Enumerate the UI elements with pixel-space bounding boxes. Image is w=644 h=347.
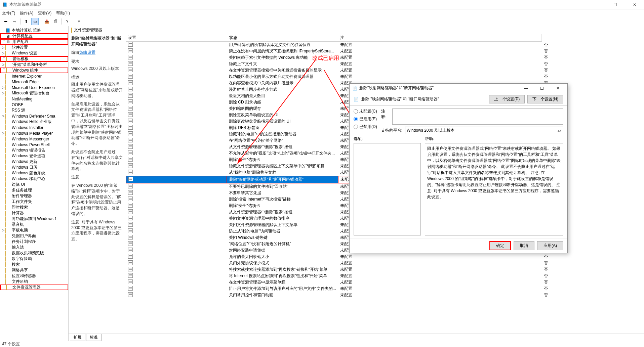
ok-button[interactable]: 确定 [489, 241, 511, 250]
tree-item[interactable]: Windows 日历 [0, 165, 68, 170]
tree-item[interactable]: 即时搜索 [0, 205, 68, 210]
tree-item[interactable]: Windows 登录选项 [0, 153, 68, 159]
folder-icon [5, 194, 11, 199]
col-setting[interactable]: 设置 [126, 34, 227, 42]
menu-item[interactable]: 查看(V) [38, 10, 51, 16]
tree-item[interactable]: Windows 颜色系统 [0, 170, 68, 176]
tree-item[interactable]: 📘本地计算机 策略 [0, 28, 68, 33]
col-state[interactable]: 状态 [227, 34, 338, 42]
help-button[interactable]: ? [64, 18, 71, 25]
tree-item[interactable]: 任务计划程序 [0, 239, 68, 245]
tree-item[interactable]: >Windows Media Player [0, 130, 68, 136]
list-item[interactable]: 关闭依赖于索引文件数据的 Windows 库功能未配置否 [126, 54, 644, 61]
tree-item[interactable]: ˅管理模板 [0, 56, 68, 62]
list-item[interactable]: 用户/计算机的所有默认库定义文件的驻留位置未配置否 [126, 42, 644, 48]
tree-item[interactable]: >Microsoft User Experien [0, 85, 68, 90]
menu-item[interactable]: 文件(F) [2, 10, 15, 16]
tree-item[interactable]: Windows 移动中心 [0, 176, 68, 182]
list-item[interactable]: 在文件资源管理器搜索框中关闭最近搜索条目的显示未配置否 [126, 67, 644, 74]
list-item[interactable]: 将搜索或搜索连接器添加到"再次搜索"链接和"开始"菜单未配置否 [126, 266, 644, 273]
list-item[interactable]: 禁止在没有中间层的情况下直接绑定到 IPropertySetStora...未配… [126, 48, 644, 54]
tree-item[interactable]: >"开始"菜单和任务栏 [0, 62, 68, 68]
tree-item[interactable]: 将功能添加到 Windows 1 [0, 216, 68, 222]
col-comment[interactable]: 注 [338, 34, 542, 42]
tree-item[interactable]: Windows Hello 企业版 [0, 119, 68, 125]
export-button[interactable]: 📤 [43, 18, 50, 25]
tree-item[interactable]: >Microsoft 管理控制台 [0, 90, 68, 96]
list-item[interactable]: 以功能区最小化的显示方式启动文件资源管理器未配置否 [126, 74, 644, 80]
tree-item[interactable]: >平板电脑 [0, 227, 68, 233]
tab-standard[interactable]: 标准 [86, 334, 102, 341]
tree-item[interactable]: OOBE [0, 102, 68, 107]
edit-policy-link[interactable]: 策略设置 [79, 50, 95, 55]
forward-button[interactable]: ➡ [11, 18, 18, 25]
tree-item[interactable]: ˅🖥用户配置 [0, 39, 68, 45]
tree-item[interactable]: Windows 更新 [0, 159, 68, 165]
folder-icon [5, 114, 11, 119]
tree-item[interactable]: >软件设置 [0, 45, 68, 50]
tree-item[interactable]: 边缘 UI [0, 182, 68, 187]
properties-button[interactable]: 🗐 [52, 18, 59, 25]
tree-item[interactable]: 计算器 [0, 210, 68, 216]
tree-item[interactable]: 数字保险箱 [0, 256, 68, 262]
list-item[interactable]: 允许的最大回收站大小未配置否 [126, 254, 644, 260]
tree-item[interactable]: Windows Installer [0, 125, 68, 130]
tree-item[interactable]: 工作文件夹 [0, 199, 68, 205]
list-item[interactable]: 关闭常用控件和窗口动画未配置否 [126, 292, 644, 298]
tree-item[interactable]: 搜索 [0, 262, 68, 267]
tree-item[interactable]: 附件管理器 [0, 193, 68, 199]
prev-setting-button[interactable]: 上一个设置(P) [489, 95, 525, 103]
back-button[interactable]: ⬅ [2, 18, 9, 25]
tree-item[interactable]: 文件吊销 [0, 279, 68, 285]
tree-item[interactable]: Microsoft Edge [0, 79, 68, 85]
maximize-button[interactable]: ☐ [608, 2, 622, 7]
radio-enabled[interactable]: 已启用(E) [354, 116, 377, 122]
tree-item[interactable]: 数据收集和预览版 [0, 250, 68, 256]
apply-button[interactable]: 应用(A) [537, 241, 563, 250]
minimize-button[interactable]: — [588, 2, 603, 7]
tree-item[interactable]: 输入法 [0, 245, 68, 250]
dialog-close-button[interactable]: ✕ [551, 86, 565, 91]
menu-item[interactable]: 帮助(H) [56, 10, 70, 16]
radio-not-configured[interactable]: 未配置(C) [354, 109, 377, 114]
menu-item[interactable]: 操作(A) [20, 10, 33, 16]
list-item[interactable]: 将 Internet 搜索站点附加到"再次搜索"链接和"开始"菜单未配置否 [126, 273, 644, 279]
list-item[interactable]: 隐藏上下文件夹未配置否 [126, 61, 644, 67]
tree-item[interactable]: 网络共享 [0, 267, 68, 273]
tree-pane[interactable]: 📘本地计算机 策略🖥计算机配置˅🖥用户配置>软件设置>Windows 设置˅管理… [0, 26, 69, 341]
tree-item[interactable]: NetMeeting [0, 96, 68, 102]
tree-item[interactable]: 录音机 [0, 222, 68, 227]
tree-item[interactable]: RSS 源 [0, 107, 68, 113]
tree-item[interactable]: Windows Messenger [0, 136, 68, 142]
dialog-minimize-button[interactable]: — [519, 86, 532, 91]
tab-extended[interactable]: 扩展 [70, 334, 85, 341]
list-item[interactable]: 阻止用户将文件添加到与该用户对应的"用户文件"文件夹的...未配置否 [126, 286, 644, 292]
up-button[interactable]: ⬆ [23, 18, 30, 25]
tree-item[interactable]: 位置和传感器 [0, 273, 68, 279]
next-setting-button[interactable]: 下一个设置(N) [527, 95, 563, 103]
tree-item[interactable]: ˅Windows 组件 [0, 68, 68, 73]
list-item[interactable]: 在文件资源管理器中显示菜单栏未配置否 [126, 279, 644, 286]
folder-icon [5, 268, 11, 273]
tree-item[interactable]: 文件资源管理器 [0, 285, 68, 290]
tree-item[interactable]: Windows PowerShell [0, 142, 68, 147]
tree-item[interactable]: 凭据用户界面 [0, 233, 68, 239]
tree-item[interactable]: >Windows Defender Sma [0, 113, 68, 119]
list-item[interactable]: 关闭外壳协议保护模式未配置否 [126, 260, 644, 266]
dialog-head-text: 删除 "映射网络驱动器" 和 "断开网络驱动器" [361, 96, 439, 102]
tree-item[interactable]: 多任务处理 [0, 187, 68, 193]
comment-field[interactable] [392, 109, 563, 125]
tree-item[interactable]: >Windows 设置 [0, 50, 68, 56]
radio-disabled[interactable]: 已禁用(D) [354, 124, 377, 130]
show-hide-button[interactable]: ▭ [31, 18, 39, 25]
tree-item[interactable]: Windows 错误报告 [0, 147, 68, 153]
tree-item[interactable]: 🖥计算机配置 [0, 33, 68, 39]
close-button[interactable]: ✕ [627, 2, 642, 7]
policy-icon [128, 197, 133, 201]
separator [20, 18, 21, 25]
filter-button[interactable]: ▼ [75, 18, 83, 25]
policy-icon [128, 68, 133, 72]
dialog-maximize-button[interactable]: ☐ [535, 86, 549, 91]
cancel-button[interactable]: 取消 [514, 241, 534, 250]
tree-item[interactable]: Internet Explorer [0, 73, 68, 79]
